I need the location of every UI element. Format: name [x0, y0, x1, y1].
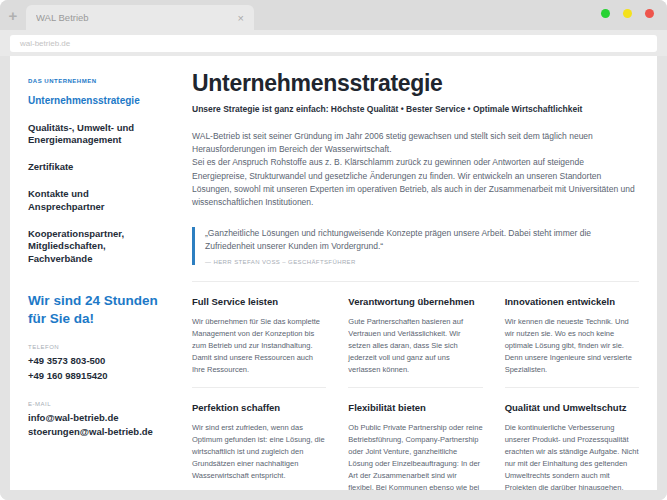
phone-number-2[interactable]: +49 160 98915420 [28, 369, 166, 384]
window-controls [601, 9, 654, 18]
window-bottom-frame [0, 490, 667, 500]
sidebar-item-unternehmensstrategie[interactable]: Unternehmensstrategie [28, 94, 166, 108]
card-text: Wir kennen die neueste Technik. Und wir … [505, 316, 639, 377]
url-bar[interactable]: wal-betrieb.de [10, 35, 657, 52]
quote-text: „Ganzheitliche Lösungen und richtungweis… [205, 227, 639, 253]
page-title: Unternehmensstrategie [192, 70, 639, 97]
intro-text: WAL-Betrieb ist seit seiner Gründung im … [192, 130, 639, 209]
browser-tab[interactable]: WAL Betrieb × [26, 5, 254, 30]
traffic-light-yellow[interactable] [623, 9, 632, 18]
sidebar: DAS UNTERNEHMEN Unternehmensstrategie Qu… [10, 56, 178, 490]
intro-paragraph-1: WAL-Betrieb ist seit seiner Gründung im … [192, 130, 639, 156]
card-flexibilitaet: Flexibilität bieten Ob Public Private Pa… [348, 402, 482, 490]
card-text: Die kontinuierliche Verbesserung unserer… [505, 422, 639, 490]
sidebar-item-kontakte[interactable]: Kontakte und Ansprechpartner [28, 188, 166, 214]
page-content: DAS UNTERNEHMEN Unternehmensstrategie Qu… [10, 56, 657, 490]
card-innovationen: Innovationen entwickeln Wir kennen die n… [505, 296, 639, 388]
tab-strip: + WAL Betrieb × [0, 0, 667, 30]
grid-column-1: Full Service leisten Wir übernehmen für … [192, 296, 326, 490]
section-divider [192, 281, 639, 282]
grid-column-3: Innovationen entwickeln Wir kennen die n… [505, 296, 639, 490]
grid-column-2: Verantwortung übernehmen Gute Partnersch… [348, 296, 482, 490]
main-content: Unternehmensstrategie Unsere Strategie i… [178, 56, 657, 490]
traffic-light-red[interactable] [645, 9, 654, 18]
card-text: Wir sind erst zufrieden, wenn das Optimu… [192, 422, 326, 483]
url-row: wal-betrieb.de [0, 30, 667, 56]
card-perfektion: Perfektion schaffen Wir sind erst zufrie… [192, 402, 326, 490]
email-label: E-MAIL [28, 401, 166, 407]
tab-title: WAL Betrieb [36, 12, 232, 23]
card-text: Gute Partnerschaften basieren auf Vertra… [348, 316, 482, 377]
card-text: Wir übernehmen für Sie das komplette Man… [192, 316, 326, 377]
card-title: Perfektion schaffen [192, 402, 326, 414]
card-text: Ob Public Private Partnership oder reine… [348, 422, 482, 490]
traffic-light-green[interactable] [601, 9, 610, 18]
card-title: Qualität und Umweltschutz [505, 402, 639, 414]
card-title: Verantwortung übernehmen [348, 296, 482, 308]
card-title: Flexibilität bieten [348, 402, 482, 414]
page-subtitle: Unsere Strategie ist ganz einfach: Höchs… [192, 104, 639, 114]
phone-label: TELEFON [28, 344, 166, 350]
sidebar-cta: Wir sind 24 Stunden für Sie da! [28, 292, 166, 327]
sidebar-item-qualitaetsmanagement[interactable]: Qualitäts-, Umwelt- und Energiemanagemen… [28, 122, 166, 148]
url-text: wal-betrieb.de [20, 39, 70, 48]
plus-icon: + [9, 7, 18, 24]
card-title: Full Service leisten [192, 296, 326, 308]
blockquote: „Ganzheitliche Lösungen und richtungweis… [192, 227, 639, 265]
email-stoerungen[interactable]: stoerungen@wal-betrieb.de [28, 425, 166, 440]
email-info[interactable]: info@wal-betrieb.de [28, 411, 166, 426]
sidebar-item-kooperationspartner[interactable]: Kooperationspartner, Mitgliedschaften, F… [28, 228, 166, 266]
sidebar-item-zertifikate[interactable]: Zertifikate [28, 161, 166, 174]
close-tab-icon[interactable]: × [238, 12, 244, 24]
card-verantwortung: Verantwortung übernehmen Gute Partnersch… [348, 296, 482, 388]
browser-window: + WAL Betrieb × wal-betrieb.de DAS UNTER… [0, 0, 667, 500]
card-title: Innovationen entwickeln [505, 296, 639, 308]
card-full-service: Full Service leisten Wir übernehmen für … [192, 296, 326, 388]
phone-number-1[interactable]: +49 3573 803-500 [28, 354, 166, 369]
quote-attribution: — HERR STEFAN VOSS – GESCHÄFTSFÜHRER [205, 259, 639, 265]
strategy-grid: Full Service leisten Wir übernehmen für … [192, 296, 639, 490]
new-tab-button[interactable]: + [0, 0, 26, 30]
card-qualitaet-umweltschutz: Qualität und Umweltschutz Die kontinuier… [505, 402, 639, 490]
intro-paragraph-2: Sei es der Anspruch Rohstoffe aus z. B. … [192, 156, 639, 209]
sidebar-section-label: DAS UNTERNEHMEN [28, 78, 166, 84]
